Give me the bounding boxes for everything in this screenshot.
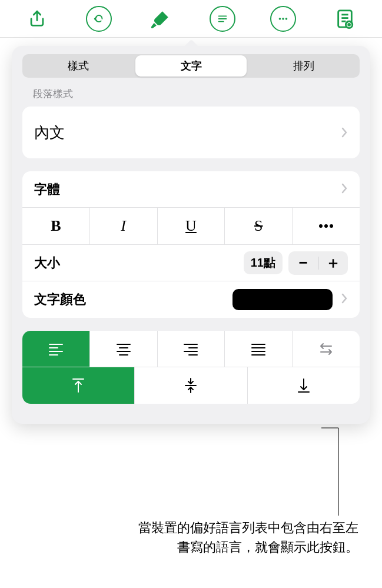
h-align-row <box>22 331 360 367</box>
svg-point-14 <box>330 224 333 228</box>
v-align-row <box>22 367 360 404</box>
size-row: 大小 11點 − ＋ <box>22 245 360 281</box>
size-label: 大小 <box>34 254 60 272</box>
align-center-icon <box>116 343 131 356</box>
svg-point-5 <box>285 18 287 20</box>
align-right-button[interactable] <box>158 331 225 367</box>
format-button[interactable] <box>147 5 175 33</box>
align-justify-button[interactable] <box>225 331 293 367</box>
chevron-right-icon <box>341 124 348 142</box>
size-increase-button[interactable]: ＋ <box>318 251 348 275</box>
text-color-label: 文字顏色 <box>34 291 86 308</box>
size-decrease-button[interactable]: − <box>288 251 318 275</box>
undo-button[interactable] <box>86 6 112 32</box>
undo-icon <box>92 12 105 25</box>
font-label: 字體 <box>34 181 60 198</box>
format-popover: 樣式 文字 排列 段落樣式 內文 字體 B I U S <box>12 46 370 424</box>
popover-arrow <box>183 38 200 46</box>
share-icon <box>27 9 47 29</box>
svg-point-13 <box>324 224 328 228</box>
italic-button[interactable]: I <box>90 208 158 244</box>
insert-button[interactable] <box>210 6 235 32</box>
font-more-button[interactable] <box>293 208 360 244</box>
size-value[interactable]: 11點 <box>244 251 283 274</box>
svg-point-11 <box>347 23 351 26</box>
more-icon <box>277 12 290 25</box>
align-right-icon <box>183 343 198 356</box>
tab-text[interactable]: 文字 <box>135 55 247 77</box>
paragraph-style-value: 內文 <box>34 122 65 143</box>
paragraph-style-row[interactable]: 內文 <box>22 107 360 158</box>
paragraph-style-card: 內文 <box>22 107 360 158</box>
bold-button[interactable]: B <box>22 208 90 244</box>
valign-top-icon <box>71 377 85 394</box>
chevron-right-icon <box>341 292 348 307</box>
align-left-icon <box>48 343 64 356</box>
font-row[interactable]: 字體 <box>22 171 360 208</box>
document-view-icon <box>335 9 355 29</box>
align-justify-icon <box>251 343 266 356</box>
more-button[interactable] <box>270 6 296 32</box>
text-color-swatch <box>232 289 333 310</box>
svg-point-3 <box>278 18 281 20</box>
valign-middle-icon <box>184 377 198 394</box>
size-stepper: − ＋ <box>288 251 348 275</box>
valign-middle-button[interactable] <box>135 367 247 404</box>
paragraph-section-label: 段落樣式 <box>33 87 370 101</box>
svg-point-4 <box>282 18 284 20</box>
app-toolbar <box>0 0 382 38</box>
valign-bottom-icon <box>297 377 311 394</box>
callout-leader-line <box>321 427 344 516</box>
valign-bottom-button[interactable] <box>248 367 360 404</box>
rtl-direction-icon <box>318 343 334 356</box>
view-button[interactable] <box>331 5 359 33</box>
text-direction-button[interactable] <box>293 331 360 367</box>
chevron-right-icon <box>341 182 348 197</box>
format-tabs: 樣式 文字 排列 <box>22 54 360 78</box>
underline-button[interactable]: U <box>158 208 225 244</box>
svg-point-12 <box>319 224 323 228</box>
font-card: 字體 B I U S 大小 11點 − ＋ <box>22 171 360 318</box>
tab-style[interactable]: 樣式 <box>22 54 134 78</box>
ellipsis-icon <box>318 224 334 228</box>
text-color-row[interactable]: 文字顏色 <box>22 281 360 318</box>
alignment-card <box>22 331 360 404</box>
strike-button[interactable]: S <box>225 208 293 244</box>
callout-text: 當裝置的偏好語言列表中包含由右至左 書寫的語言，就會顯示此按鈕。 <box>29 518 358 557</box>
share-button[interactable] <box>23 5 51 33</box>
font-style-row: B I U S <box>22 208 360 245</box>
insert-icon <box>216 12 229 25</box>
align-center-button[interactable] <box>90 331 158 367</box>
paintbrush-icon <box>151 9 171 29</box>
align-left-button[interactable] <box>22 331 90 367</box>
tab-arrange[interactable]: 排列 <box>248 54 360 78</box>
valign-top-button[interactable] <box>22 367 135 404</box>
